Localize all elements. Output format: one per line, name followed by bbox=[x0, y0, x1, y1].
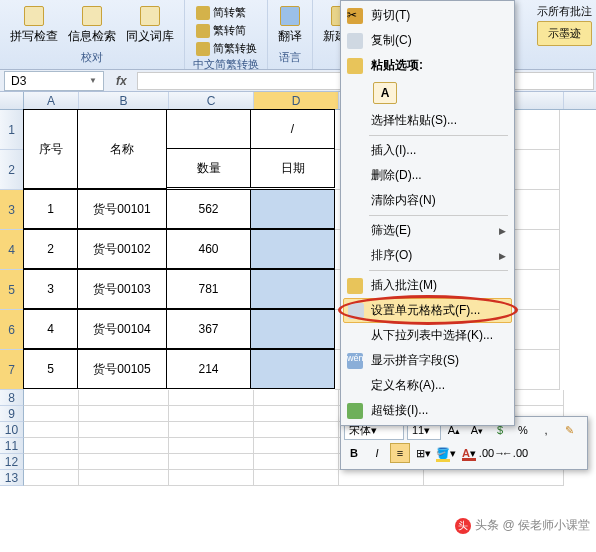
cell[interactable] bbox=[24, 422, 79, 438]
cell[interactable]: 781 bbox=[166, 269, 251, 309]
cell[interactable]: 4 bbox=[23, 309, 78, 349]
row-header[interactable]: 12 bbox=[0, 454, 24, 470]
cell[interactable]: 货号00101 bbox=[77, 189, 167, 229]
row-header[interactable]: 10 bbox=[0, 422, 24, 438]
cell[interactable]: 2 bbox=[23, 229, 78, 269]
cell[interactable] bbox=[424, 470, 564, 486]
cell-selected[interactable] bbox=[250, 189, 335, 229]
cell[interactable]: 名称 bbox=[77, 109, 167, 189]
menu-show-pinyin[interactable]: wén显示拼音字段(S) bbox=[343, 348, 512, 373]
cell[interactable] bbox=[79, 422, 169, 438]
cell-selected[interactable] bbox=[250, 229, 335, 269]
cell[interactable] bbox=[24, 470, 79, 486]
cell[interactable] bbox=[24, 406, 79, 422]
decrease-decimal-button[interactable]: ←.00 bbox=[505, 443, 525, 463]
cell-selected[interactable] bbox=[250, 269, 335, 309]
cell[interactable] bbox=[79, 438, 169, 454]
cell[interactable]: 460 bbox=[166, 229, 251, 269]
menu-dropdown-pick[interactable]: 从下拉列表中选择(K)... bbox=[343, 323, 512, 348]
show-all-comments-button[interactable]: 示所有批注 bbox=[537, 4, 592, 19]
menu-clear[interactable]: 清除内容(N) bbox=[343, 188, 512, 213]
row-header[interactable]: 3 bbox=[0, 190, 24, 230]
row-header[interactable]: 8 bbox=[0, 390, 24, 406]
menu-sort[interactable]: 排序(O)▶ bbox=[343, 243, 512, 268]
comma-button[interactable]: , bbox=[536, 420, 556, 440]
cell[interactable]: 序号 bbox=[23, 109, 78, 189]
fill-color-button[interactable]: 🪣▾ bbox=[436, 443, 456, 463]
increase-decimal-button[interactable]: .00→ bbox=[482, 443, 502, 463]
cell[interactable]: 3 bbox=[23, 269, 78, 309]
row-header[interactable]: 7 bbox=[0, 350, 24, 390]
cell[interactable] bbox=[24, 438, 79, 454]
menu-format-cells[interactable]: 设置单元格格式(F)... bbox=[343, 298, 512, 323]
menu-insert-comment[interactable]: 插入批注(M) bbox=[343, 273, 512, 298]
row-header[interactable]: 11 bbox=[0, 438, 24, 454]
cell-selected[interactable] bbox=[250, 309, 335, 349]
cell[interactable] bbox=[254, 438, 339, 454]
row-header[interactable]: 9 bbox=[0, 406, 24, 422]
row-header[interactable]: 6 bbox=[0, 310, 24, 350]
select-all-corner[interactable] bbox=[0, 92, 24, 109]
col-header-c[interactable]: C bbox=[169, 92, 254, 109]
format-painter-button[interactable]: ✎ bbox=[559, 420, 579, 440]
cell[interactable] bbox=[254, 470, 339, 486]
cell[interactable] bbox=[254, 406, 339, 422]
cell[interactable]: 数量 bbox=[166, 148, 251, 188]
fx-icon[interactable]: fx bbox=[108, 74, 135, 88]
cell[interactable] bbox=[169, 438, 254, 454]
paste-text-button[interactable]: A bbox=[373, 82, 397, 104]
bold-button[interactable]: B bbox=[344, 443, 364, 463]
cell[interactable] bbox=[79, 406, 169, 422]
cell[interactable] bbox=[169, 422, 254, 438]
simp-to-trad-button[interactable]: 简转繁 bbox=[194, 4, 259, 21]
trad-to-simp-button[interactable]: 繁转简 bbox=[194, 22, 259, 39]
cell[interactable] bbox=[79, 454, 169, 470]
row-header[interactable]: 1 bbox=[0, 110, 24, 150]
italic-button[interactable]: I bbox=[367, 443, 387, 463]
cell[interactable]: 货号00104 bbox=[77, 309, 167, 349]
cell[interactable]: 货号00102 bbox=[77, 229, 167, 269]
cell[interactable]: 1 bbox=[23, 189, 78, 229]
cell[interactable] bbox=[79, 390, 169, 406]
menu-paste-special[interactable]: 选择性粘贴(S)... bbox=[343, 108, 512, 133]
cell[interactable]: 367 bbox=[166, 309, 251, 349]
cell[interactable] bbox=[24, 390, 79, 406]
align-center-button[interactable]: ≡ bbox=[390, 443, 410, 463]
menu-insert[interactable]: 插入(I)... bbox=[343, 138, 512, 163]
cell[interactable]: 货号00105 bbox=[77, 349, 167, 389]
cell[interactable]: 5 bbox=[23, 349, 78, 389]
cell[interactable] bbox=[24, 454, 79, 470]
cell[interactable] bbox=[79, 470, 169, 486]
translate-button[interactable]: 翻译 bbox=[276, 4, 304, 47]
cell[interactable]: 货号00103 bbox=[77, 269, 167, 309]
row-header[interactable]: 13 bbox=[0, 470, 24, 486]
show-ink-button[interactable]: 示墨迹 bbox=[537, 21, 592, 46]
row-header[interactable]: 4 bbox=[0, 230, 24, 270]
cell[interactable] bbox=[166, 109, 251, 149]
thesaurus-button[interactable]: 同义词库 bbox=[124, 4, 176, 47]
spellcheck-button[interactable]: 拼写检查 bbox=[8, 4, 60, 47]
cell[interactable] bbox=[169, 406, 254, 422]
menu-delete[interactable]: 删除(D)... bbox=[343, 163, 512, 188]
convert-button[interactable]: 简繁转换 bbox=[194, 40, 259, 57]
cell[interactable]: 562 bbox=[166, 189, 251, 229]
cell[interactable] bbox=[169, 470, 254, 486]
font-color-button[interactable]: A▾ bbox=[459, 443, 479, 463]
col-header-b[interactable]: B bbox=[79, 92, 169, 109]
percent-button[interactable]: % bbox=[513, 420, 533, 440]
cell[interactable] bbox=[254, 422, 339, 438]
cell[interactable]: 214 bbox=[166, 349, 251, 389]
menu-define-name[interactable]: 定义名称(A)... bbox=[343, 373, 512, 398]
col-header-d[interactable]: D bbox=[254, 92, 339, 109]
menu-filter[interactable]: 筛选(E)▶ bbox=[343, 218, 512, 243]
cell[interactable] bbox=[254, 390, 339, 406]
row-header[interactable]: 5 bbox=[0, 270, 24, 310]
cell[interactable]: / bbox=[250, 109, 335, 149]
research-button[interactable]: 信息检索 bbox=[66, 4, 118, 47]
cell[interactable] bbox=[339, 470, 424, 486]
borders-button[interactable]: ⊞▾ bbox=[413, 443, 433, 463]
menu-hyperlink[interactable]: 超链接(I)... bbox=[343, 398, 512, 423]
cell[interactable]: 日期 bbox=[250, 148, 335, 188]
row-header[interactable]: 2 bbox=[0, 150, 24, 190]
name-box[interactable]: D3▼ bbox=[4, 71, 104, 91]
